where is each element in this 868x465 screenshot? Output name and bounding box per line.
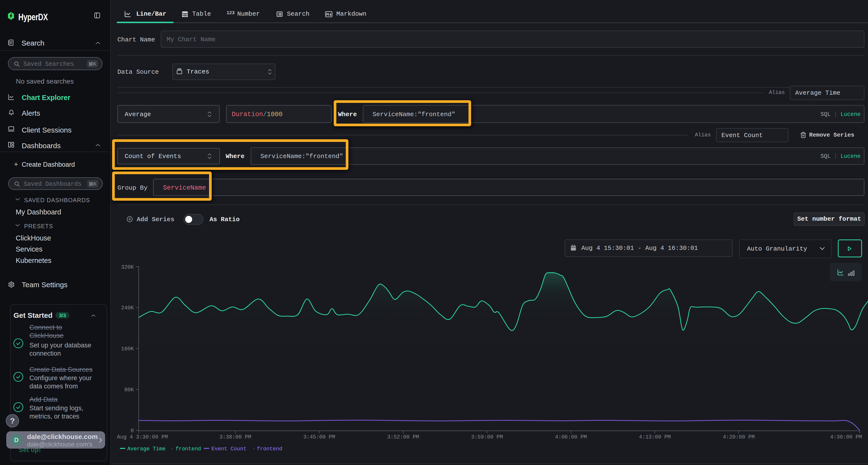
svg-text:·: · [252, 446, 255, 452]
svg-text:4:30:00 PM: 4:30:00 PM [830, 434, 862, 440]
svg-text:80K: 80K [124, 387, 134, 393]
svg-text:4:20:00 PM: 4:20:00 PM [723, 434, 755, 440]
svg-text:3:52:00 PM: 3:52:00 PM [387, 434, 419, 440]
svg-text:4:13:00 PM: 4:13:00 PM [639, 434, 671, 440]
svg-text:Average Time: Average Time [127, 446, 165, 452]
svg-text:160K: 160K [121, 346, 134, 352]
svg-text:·: · [170, 446, 174, 452]
svg-text:3:59:00 PM: 3:59:00 PM [471, 434, 503, 440]
svg-text:320K: 320K [121, 264, 134, 270]
svg-text:Event Count: Event Count [212, 446, 246, 452]
svg-text:3:45:00 PM: 3:45:00 PM [303, 434, 335, 440]
svg-text:0: 0 [131, 428, 134, 434]
svg-text:Aug 4 3:30:00 PM: Aug 4 3:30:00 PM [117, 434, 168, 440]
svg-text:frontend: frontend [176, 446, 201, 452]
svg-text:240K: 240K [121, 305, 134, 311]
svg-text:frontend: frontend [257, 446, 282, 452]
svg-text:4:06:00 PM: 4:06:00 PM [555, 434, 587, 440]
svg-text:3:38:00 PM: 3:38:00 PM [219, 434, 251, 440]
